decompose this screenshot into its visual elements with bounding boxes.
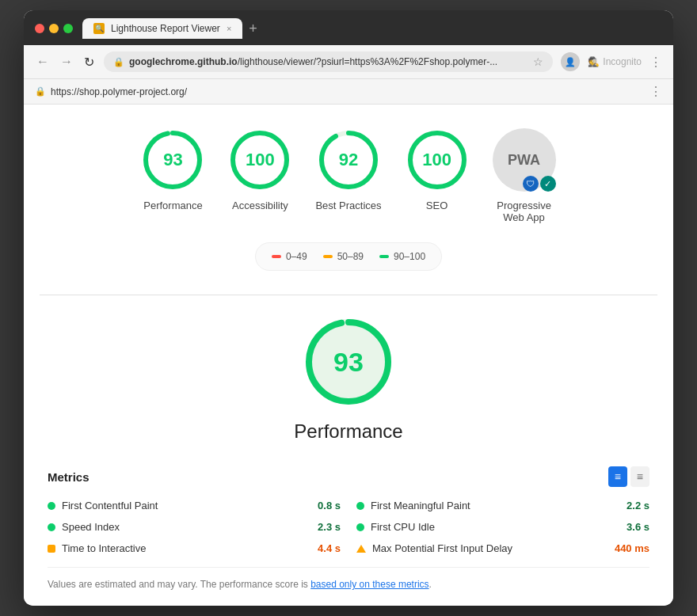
metrics-note-end: . bbox=[429, 579, 432, 590]
seo-score: 100 bbox=[422, 150, 451, 170]
metrics-title: Metrics bbox=[48, 470, 90, 484]
metrics-header: Metrics ≡ ≡ bbox=[48, 466, 649, 487]
more-options-button[interactable]: ⋮ bbox=[649, 55, 662, 70]
traffic-lights bbox=[35, 24, 73, 33]
legend-dot-red bbox=[272, 255, 281, 258]
score-item-seo[interactable]: 100 SEO bbox=[406, 128, 469, 211]
tti-name: Time to Interactive bbox=[62, 542, 311, 554]
pwa-text: PWA bbox=[508, 152, 540, 169]
toggle-detail-button[interactable]: ≡ bbox=[608, 466, 627, 487]
legend-dot-green bbox=[379, 255, 389, 258]
fci-value: 3.6 s bbox=[627, 521, 649, 533]
performance-score: 93 bbox=[163, 150, 182, 170]
legend-item-green: 90–100 bbox=[379, 251, 425, 262]
metrics-toggle: ≡ ≡ bbox=[608, 466, 649, 487]
refresh-button[interactable]: ↻ bbox=[82, 53, 96, 71]
si-indicator bbox=[48, 523, 55, 531]
forward-button[interactable]: → bbox=[59, 53, 74, 70]
si-value: 2.3 s bbox=[318, 521, 341, 533]
score-circle-seo: 100 bbox=[406, 128, 469, 192]
fcp-indicator bbox=[48, 502, 55, 510]
metric-row-si: Speed Index 2.3 s bbox=[48, 521, 341, 533]
tab-title: Lighthouse Report Viewer bbox=[111, 23, 220, 34]
big-score-circle: 93 bbox=[301, 314, 396, 409]
si-name: Speed Index bbox=[62, 521, 311, 533]
score-circle-best-practices: 92 bbox=[317, 128, 380, 192]
metrics-note-link[interactable]: based only on these metrics bbox=[310, 579, 428, 590]
legend-label-orange: 50–89 bbox=[337, 251, 364, 262]
lock-icon: 🔒 bbox=[113, 57, 124, 67]
fmp-indicator bbox=[356, 502, 364, 510]
legend: 0–49 50–89 90–100 bbox=[255, 242, 442, 271]
incognito-indicator: 🕵️ Incognito bbox=[588, 56, 642, 67]
pwa-label: ProgressiveWeb App bbox=[497, 200, 551, 223]
mpfid-name: Max Potential First Input Delay bbox=[372, 542, 608, 554]
toggle-list-button[interactable]: ≡ bbox=[630, 466, 649, 487]
metric-row-fci: First CPU Idle 3.6 s bbox=[356, 521, 649, 533]
minimize-button[interactable] bbox=[49, 24, 59, 33]
metrics-section: Metrics ≡ ≡ First Contentful Paint 0.8 s bbox=[40, 466, 657, 590]
metrics-right: First Meaningful Paint 2.2 s First CPU I… bbox=[356, 500, 649, 554]
bookmark-icon[interactable]: ☆ bbox=[533, 55, 543, 68]
back-button[interactable]: ← bbox=[35, 53, 51, 70]
score-item-best-practices[interactable]: 92 Best Practices bbox=[315, 128, 381, 211]
fci-indicator bbox=[356, 523, 364, 531]
active-tab[interactable]: 🔍 Lighthouse Report Viewer × bbox=[82, 18, 242, 39]
info-lock-icon: 🔒 bbox=[35, 86, 46, 97]
browser-window: 🔍 Lighthouse Report Viewer × + ← → ↻ 🔒 g… bbox=[24, 10, 673, 606]
legend-label-red: 0–49 bbox=[286, 251, 307, 262]
legend-label-green: 90–100 bbox=[394, 251, 425, 262]
info-bar-url: https://shop.polymer-project.org/ bbox=[51, 86, 645, 97]
scores-row: 93 Performance 100 Accessibility bbox=[40, 128, 657, 223]
metrics-left: First Contentful Paint 0.8 s Speed Index… bbox=[48, 500, 341, 554]
metric-row-fmp: First Meaningful Paint 2.2 s bbox=[356, 500, 649, 511]
mpfid-value: 440 ms bbox=[615, 542, 649, 554]
legend-dot-orange bbox=[323, 255, 333, 258]
metrics-note-text: Values are estimated and may vary. The p… bbox=[48, 579, 310, 590]
info-more-button[interactable]: ⋮ bbox=[649, 84, 662, 99]
best-practices-label: Best Practices bbox=[315, 200, 381, 211]
pwa-circle: PWA 🛡 ✓ bbox=[493, 128, 556, 192]
big-performance-score: 93 bbox=[333, 347, 364, 378]
score-item-pwa[interactable]: PWA 🛡 ✓ ProgressiveWeb App bbox=[493, 128, 556, 223]
maximize-button[interactable] bbox=[63, 24, 73, 33]
seo-label: SEO bbox=[426, 200, 448, 211]
mpfid-indicator bbox=[356, 545, 366, 553]
tab-close-button[interactable]: × bbox=[227, 24, 231, 33]
tti-value: 4.4 s bbox=[318, 542, 341, 554]
accessibility-label: Accessibility bbox=[232, 200, 288, 211]
tab-favicon: 🔍 bbox=[93, 23, 105, 34]
score-circle-performance: 93 bbox=[141, 128, 204, 192]
fmp-value: 2.2 s bbox=[627, 500, 649, 511]
legend-item-red: 0–49 bbox=[272, 251, 307, 262]
fci-name: First CPU Idle bbox=[371, 521, 620, 533]
metrics-grid: First Contentful Paint 0.8 s Speed Index… bbox=[48, 500, 649, 554]
title-bar: 🔍 Lighthouse Report Viewer × + bbox=[24, 10, 673, 45]
new-tab-button[interactable]: + bbox=[242, 21, 264, 36]
close-button[interactable] bbox=[35, 24, 44, 33]
metric-row-fcp: First Contentful Paint 0.8 s bbox=[48, 500, 341, 511]
fcp-value: 0.8 s bbox=[318, 500, 341, 511]
metric-row-mpfid: Max Potential First Input Delay 440 ms bbox=[356, 542, 649, 554]
incognito-icon: 🕵️ bbox=[588, 56, 600, 67]
address-input[interactable]: 🔒 googlechrome.github.io/lighthouse/view… bbox=[104, 51, 553, 72]
address-domain: googlechrome.github.io bbox=[129, 56, 238, 67]
fmp-name: First Meaningful Paint bbox=[371, 500, 620, 511]
address-bar: ← → ↻ 🔒 googlechrome.github.io/lighthous… bbox=[24, 45, 673, 79]
main-content: 93 Performance 100 Accessibility bbox=[24, 105, 673, 606]
big-score-label: Performance bbox=[294, 420, 402, 443]
best-practices-score: 92 bbox=[339, 150, 358, 170]
profile-button[interactable]: 👤 bbox=[561, 52, 580, 71]
section-divider bbox=[40, 295, 657, 295]
metric-row-tti: Time to Interactive 4.4 s bbox=[48, 542, 341, 554]
tti-indicator bbox=[48, 545, 55, 553]
score-item-accessibility[interactable]: 100 Accessibility bbox=[228, 128, 291, 211]
pwa-badges: 🛡 ✓ bbox=[523, 176, 556, 192]
fcp-name: First Contentful Paint bbox=[62, 500, 311, 511]
score-circle-accessibility: 100 bbox=[228, 128, 291, 192]
big-score-section: 93 Performance bbox=[40, 314, 657, 443]
pwa-badge-shield: 🛡 bbox=[523, 176, 539, 192]
metrics-note: Values are estimated and may vary. The p… bbox=[48, 567, 649, 590]
info-bar: 🔒 https://shop.polymer-project.org/ ⋮ bbox=[24, 79, 673, 105]
score-item-performance[interactable]: 93 Performance bbox=[141, 128, 204, 211]
